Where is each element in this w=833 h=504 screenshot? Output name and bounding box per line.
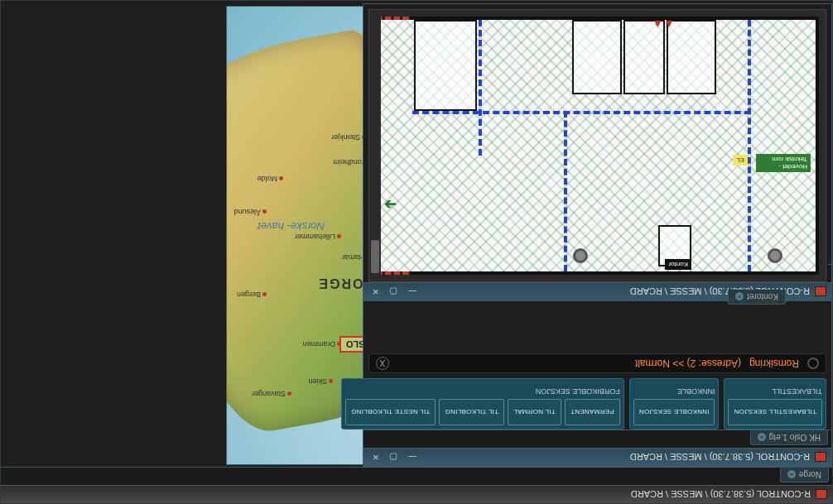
room-label-kontor: Kontor (665, 259, 691, 270)
outer-titlebar: R-CONTROL (5.38.7.30) \ MESSE \ RCARD (1, 485, 832, 503)
tab-label: Norge (799, 470, 821, 479)
toolbar: TILBAKESTILL SEKSJON TILBAKESTILL INNKOB… (368, 378, 826, 430)
group-title: FORBIKOBLE SEKSJON (345, 387, 620, 396)
sensor-icon[interactable] (768, 248, 782, 263)
btn-til-tilkobling[interactable]: TIL TILKOBLING (439, 399, 504, 425)
fire-icon: ▲▲ (652, 18, 675, 31)
btn-tilbakestill-seksjon[interactable]: TILBAKESTILL SEKSJON (728, 399, 822, 425)
city-molde: Molde (257, 175, 283, 183)
wall (748, 20, 751, 271)
minimize-button[interactable]: — (405, 452, 420, 463)
status-name: Romsikring (749, 358, 799, 369)
close-button[interactable]: ✕ (368, 452, 383, 463)
outer-window: R-CONTROL (5.38.7.30) \ MESSE \ RCARD No… (0, 0, 833, 504)
city-steinkjer: Steinkjer (331, 133, 366, 142)
wall (564, 111, 567, 271)
room-label-el: EL (733, 155, 748, 166)
status-indicator-icon (807, 358, 819, 369)
btn-innkoble-seksjon[interactable]: INNKOBLE SEKSJON (633, 399, 715, 425)
sensor-icon[interactable] (573, 248, 588, 263)
status-close-button[interactable]: X (376, 357, 389, 370)
group-title: TILBAKESTILL (728, 387, 822, 396)
floorplan-viewport[interactable]: Kontor Hovedet - Teknisk rom EL ➔ ▲▲ (368, 9, 826, 282)
group-tilbakestill: TILBAKESTILL SEKSJON TILBAKESTILL (724, 378, 826, 430)
app-icon (815, 287, 826, 297)
outer-title: R-CONTROL (5.38.7.30) \ MESSE \ RCARD (631, 490, 811, 500)
outer-tabbar: Norge × (1, 467, 832, 485)
close-icon[interactable]: × (787, 471, 796, 479)
wall (479, 20, 482, 156)
front-tabbar (828, 264, 831, 282)
room[interactable] (414, 20, 477, 111)
app-icon (815, 453, 826, 463)
room[interactable] (572, 20, 622, 94)
room-label-teknisk: Hovedet - Teknisk rom (756, 154, 811, 172)
city-skien: Skien (308, 377, 333, 386)
mid-title: R-CONTROL (5.38.7.30) \ MESSE \ RCARD (630, 453, 810, 463)
city-stavanger: Stavanger (252, 390, 291, 398)
btn-permanent[interactable]: PERMANENT (565, 399, 620, 425)
tab-label: Kontoret (747, 292, 778, 301)
city-bergen: Bergen (237, 290, 267, 299)
scroll-thumb[interactable] (371, 240, 379, 273)
status-address: (Adresse: 2) >> Normalt (635, 358, 741, 369)
maximize-button[interactable]: ▢ (387, 286, 402, 298)
mid-tabbar: HK Oslo 1.etg × (364, 430, 831, 448)
app-icon (816, 490, 827, 500)
maximize-button[interactable]: ▢ (387, 452, 402, 463)
btn-til-normal[interactable]: TIL NORMAL (508, 399, 561, 425)
city-lillehammer: Lillehammer (295, 233, 341, 241)
close-icon[interactable]: × (735, 293, 744, 301)
floorplan[interactable]: Kontor Hovedet - Teknisk rom EL ➔ ▲▲ (376, 17, 819, 275)
minimize-button[interactable]: — (405, 286, 420, 298)
close-icon[interactable]: × (758, 434, 766, 442)
sea-label: Norske- havet (258, 220, 325, 233)
scrollbar-vertical[interactable] (369, 10, 381, 281)
status-strip: Romsikring (Adresse: 2) >> Normalt X (368, 353, 826, 373)
tab-kontoret[interactable]: Kontoret × (728, 290, 786, 305)
wall (412, 111, 751, 114)
group-innkoble: INNKOBLE SEKSJON INNKOBLE (629, 378, 720, 430)
tab-label: HK Oslo 1.etg (769, 433, 821, 442)
tab-hk-oslo[interactable]: HK Oslo 1.etg × (750, 430, 828, 445)
group-forbikoble: PERMANENT TIL NORMAL TIL TILKOBLING TIL … (341, 378, 624, 430)
outer-content: Norske- havet NORGE Steinkjer Trondheim … (1, 1, 832, 467)
close-button[interactable]: ✕ (368, 286, 383, 298)
btn-til-neste-tilkobling[interactable]: TIL NESTE TILKOBLING (345, 399, 436, 425)
exit-arrow-icon: ➔ (384, 195, 397, 214)
front-window: R-CONTROL (5.38.7.30) \ MESSE \ RCARD — … (363, 3, 832, 301)
perimeter-alarm-zone (376, 17, 409, 275)
tab-norge[interactable]: Norge × (780, 468, 829, 482)
mid-titlebar[interactable]: R-CONTROL (5.38.7.30) \ MESSE \ RCARD — … (364, 448, 831, 466)
group-title: INNKOBLE (633, 387, 715, 396)
city-drammen: Drammen (302, 340, 341, 348)
city-alesund: Ålesund (234, 208, 267, 216)
